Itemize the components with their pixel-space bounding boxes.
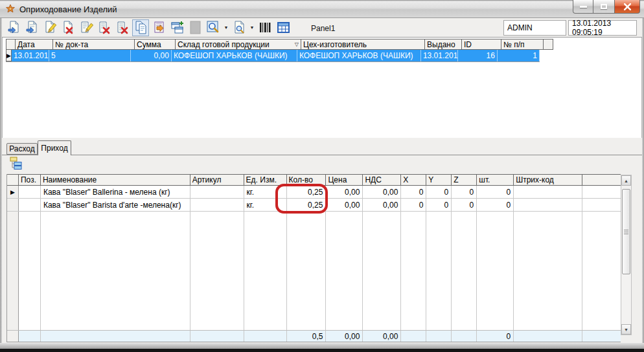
placeholder-button[interactable] xyxy=(187,19,203,36)
window-border-left xyxy=(0,18,2,349)
column-header-article[interactable]: Артикул xyxy=(190,175,244,185)
column-header-issued[interactable]: Выдано xyxy=(425,39,462,49)
scroll-down-icon: ▼ xyxy=(624,327,628,332)
column-header-x[interactable]: X xyxy=(401,175,426,185)
search-dropdown-arrow[interactable]: ▼ xyxy=(223,25,229,30)
table-view-button[interactable] xyxy=(275,19,292,36)
column-header-unit[interactable]: Ед. Изм. xyxy=(244,175,287,185)
cell-pcs[interactable]: 0 xyxy=(477,199,514,211)
column-header-price[interactable]: Цена xyxy=(326,175,363,185)
column-header-y[interactable]: Y xyxy=(426,175,452,185)
tree-view-button[interactable] xyxy=(8,156,23,170)
scroll-up-button[interactable]: ▲ xyxy=(621,175,631,186)
row-indicator-icon: ▶ xyxy=(6,50,12,61)
close-icon xyxy=(624,3,631,10)
cell-price[interactable]: 0,00 xyxy=(326,186,363,198)
column-header-id[interactable]: ID xyxy=(462,39,501,49)
cell-id[interactable]: 16 xyxy=(458,50,498,61)
edit-card-icon xyxy=(80,21,93,34)
cell-name[interactable]: Кава "Blaser" Ballerina - мелена (кг) xyxy=(41,186,190,198)
cell-pos[interactable] xyxy=(19,199,41,211)
column-header-z[interactable]: Z xyxy=(452,175,477,185)
search-button[interactable] xyxy=(205,19,222,36)
cell-price[interactable]: 0,00 xyxy=(326,199,363,211)
window-border-bottom xyxy=(0,343,644,349)
maximize-button[interactable] xyxy=(593,0,614,14)
print-preview-dropdown-arrow[interactable]: ▼ xyxy=(249,25,255,30)
delete-document-button[interactable] xyxy=(60,19,76,36)
column-header-doc-no[interactable]: № док-та xyxy=(53,39,135,49)
barcode-button[interactable] xyxy=(257,19,273,36)
scrollbar-thumb[interactable] xyxy=(622,189,630,274)
column-header-warehouse[interactable]: Склад готовой продукции ▽ xyxy=(176,39,301,49)
cell-vat[interactable]: 0,00 xyxy=(363,199,401,211)
cell-issued[interactable]: 13.01.2013 xyxy=(421,50,458,61)
cell-name[interactable]: Кава "Blaser" Barista d'arte -мелена(кг) xyxy=(41,199,190,211)
column-header-name[interactable]: Наименование xyxy=(41,175,190,185)
new-document-button[interactable] xyxy=(5,19,22,36)
cell-y[interactable]: 0 xyxy=(426,199,452,211)
documents-grid-header: Дата № док-та Сумма Склад готовой продук… xyxy=(6,39,553,50)
new-window-button[interactable] xyxy=(168,19,185,36)
delete-card-icon xyxy=(98,21,111,34)
cell-num[interactable]: 1 xyxy=(498,50,540,61)
delete-card-button[interactable] xyxy=(96,19,113,36)
print-preview-icon xyxy=(233,21,246,34)
import-document-button[interactable] xyxy=(150,19,167,36)
cell-workshop[interactable]: КОФЕШОП ХАРЬКОВ (ЧАШКИ) xyxy=(297,50,421,61)
column-header-num[interactable]: № п/п xyxy=(501,39,544,49)
column-header-pcs[interactable]: шт. xyxy=(477,175,514,185)
datetime-field[interactable]: 13.01.2013 09:05:19 xyxy=(568,20,637,36)
clear-card-button[interactable] xyxy=(114,19,131,36)
tab-rasxod[interactable]: Расход xyxy=(6,143,38,155)
cell-doc-no[interactable]: 5 xyxy=(49,50,131,61)
column-header-date[interactable]: Дата xyxy=(16,39,53,49)
window-shadow xyxy=(0,349,644,352)
table-row[interactable]: ▶ 13.01.2013 5 0,00 КОФЕШОП ХАРЬКОВ (ЧАШ… xyxy=(6,50,540,62)
column-header-barcode[interactable]: Штрих-код xyxy=(514,175,582,185)
user-field[interactable]: ADMIN xyxy=(503,20,566,36)
edit-document-button[interactable] xyxy=(41,19,58,36)
cell-vat[interactable]: 0,00 xyxy=(363,186,401,198)
cell-date[interactable]: 13.01.2013 xyxy=(12,50,49,61)
cell-article[interactable] xyxy=(190,186,244,198)
column-header-sum[interactable]: Сумма xyxy=(135,39,176,49)
minimize-button[interactable] xyxy=(573,0,593,14)
cell-barcode[interactable] xyxy=(514,186,582,198)
filter-icon[interactable]: ▽ xyxy=(295,41,299,47)
tab-prixod[interactable]: Приход xyxy=(38,140,71,155)
new-document-icon xyxy=(7,21,21,34)
cell-pcs[interactable]: 0 xyxy=(477,186,514,198)
documents-grid: Дата № док-та Сумма Склад готовой продук… xyxy=(2,38,642,138)
cell-z[interactable]: 0 xyxy=(452,186,477,198)
cell-y[interactable]: 0 xyxy=(426,186,452,198)
copy-document-button[interactable] xyxy=(132,19,149,36)
print-preview-button[interactable] xyxy=(231,19,247,36)
delete-document-icon xyxy=(62,21,75,34)
grid-empty-area xyxy=(7,212,621,330)
copy-as-new-document-button[interactable] xyxy=(23,19,40,36)
panel-label: Panel1 xyxy=(311,24,335,33)
window-controls xyxy=(573,0,640,14)
cell-pos[interactable] xyxy=(19,186,41,198)
maximize-icon xyxy=(601,4,607,9)
copy-document-icon xyxy=(134,21,148,34)
cell-article[interactable] xyxy=(190,199,244,211)
window-title: Оприходование Изделий xyxy=(19,5,117,14)
column-header-pos[interactable]: Поз. xyxy=(19,175,41,185)
close-button[interactable] xyxy=(614,0,640,14)
cell-barcode[interactable] xyxy=(514,199,582,211)
scroll-down-button[interactable]: ▼ xyxy=(621,324,631,335)
cell-warehouse[interactable]: КОФЕШОП ХАРЬКОВ (ЧАШКИ) xyxy=(172,50,297,61)
tree-view-icon xyxy=(9,156,22,170)
column-header-workshop[interactable]: Цех-изготовитель xyxy=(301,39,425,49)
barcode-icon xyxy=(259,21,272,34)
cell-z[interactable]: 0 xyxy=(452,199,477,211)
edit-card-button[interactable] xyxy=(78,19,95,36)
cell-x[interactable]: 0 xyxy=(401,186,426,198)
clear-card-icon xyxy=(116,21,130,34)
column-header-vat[interactable]: НДС xyxy=(363,175,401,185)
cell-x[interactable]: 0 xyxy=(401,199,426,211)
vertical-scrollbar[interactable]: ▲ ▼ xyxy=(621,175,632,335)
cell-sum[interactable]: 0,00 xyxy=(131,50,172,61)
